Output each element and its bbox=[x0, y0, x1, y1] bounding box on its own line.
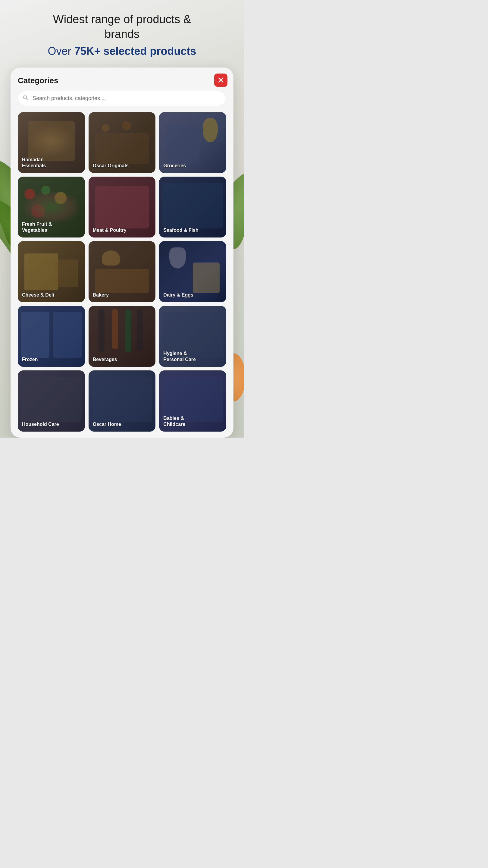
category-label-bakery: Bakery bbox=[93, 292, 109, 298]
category-item-hygiene[interactable]: Hygiene &Personal Care bbox=[159, 306, 226, 367]
category-item-fruit[interactable]: Fresh Fruit &Vegetables bbox=[18, 177, 85, 238]
header-subtitle: Over 75K+ selected products bbox=[12, 44, 232, 59]
category-label-oscarhome: Oscar Home bbox=[93, 421, 121, 427]
categories-grid: RamadanEssentialsOscar OriginalsGrocerie… bbox=[18, 112, 226, 432]
category-label-meat: Meat & Poultry bbox=[93, 227, 127, 233]
search-input[interactable] bbox=[18, 91, 226, 106]
header-title-line2: brands bbox=[104, 28, 139, 40]
category-item-beverages[interactable]: Beverages bbox=[89, 306, 156, 367]
category-label-seafood: Seafood & Fish bbox=[163, 227, 198, 233]
category-item-frozen[interactable]: Frozen bbox=[18, 306, 85, 367]
category-label-beverages: Beverages bbox=[93, 356, 117, 363]
category-item-meat[interactable]: Meat & Poultry bbox=[89, 177, 156, 238]
category-item-seafood[interactable]: Seafood & Fish bbox=[159, 177, 226, 238]
header-subtitle-plain: Over bbox=[47, 45, 74, 57]
page-wrapper: Widest range of products & brands Over 7… bbox=[0, 0, 244, 438]
category-item-oscarhome[interactable]: Oscar Home bbox=[89, 370, 156, 431]
category-label-ramadan: RamadanEssentials bbox=[22, 157, 46, 169]
header-title: Widest range of products & brands bbox=[12, 12, 232, 42]
category-item-cheese[interactable]: Cheese & Deli bbox=[18, 241, 85, 302]
category-item-babies[interactable]: Babies &Childcare bbox=[159, 370, 226, 431]
category-label-babies: Babies &Childcare bbox=[163, 415, 185, 427]
category-label-household: Household Care bbox=[22, 421, 59, 427]
category-label-oscar: Oscar Originals bbox=[93, 163, 129, 169]
category-item-household[interactable]: Household Care bbox=[18, 370, 85, 431]
modal-title: Categories bbox=[18, 76, 226, 85]
category-item-groceries[interactable]: Groceries bbox=[159, 112, 226, 173]
header-section: Widest range of products & brands Over 7… bbox=[0, 12, 244, 67]
category-label-fruit: Fresh Fruit &Vegetables bbox=[22, 221, 52, 233]
header-title-line1: Widest range of products & bbox=[53, 13, 191, 26]
category-item-dairy[interactable]: Dairy & Eggs bbox=[159, 241, 226, 302]
categories-modal: Categories RamadanEssentialsOscar Origin… bbox=[10, 67, 233, 438]
category-label-frozen: Frozen bbox=[22, 356, 38, 363]
category-item-oscar[interactable]: Oscar Originals bbox=[89, 112, 156, 173]
category-label-groceries: Groceries bbox=[163, 163, 186, 169]
category-item-ramadan[interactable]: RamadanEssentials bbox=[18, 112, 85, 173]
search-wrapper bbox=[18, 91, 226, 106]
category-label-cheese: Cheese & Deli bbox=[22, 292, 54, 298]
category-label-dairy: Dairy & Eggs bbox=[163, 292, 193, 298]
category-label-hygiene: Hygiene &Personal Care bbox=[163, 350, 196, 363]
close-button[interactable] bbox=[214, 73, 227, 87]
category-item-bakery[interactable]: Bakery bbox=[89, 241, 156, 302]
header-subtitle-bold: 75K+ selected products bbox=[74, 45, 196, 57]
